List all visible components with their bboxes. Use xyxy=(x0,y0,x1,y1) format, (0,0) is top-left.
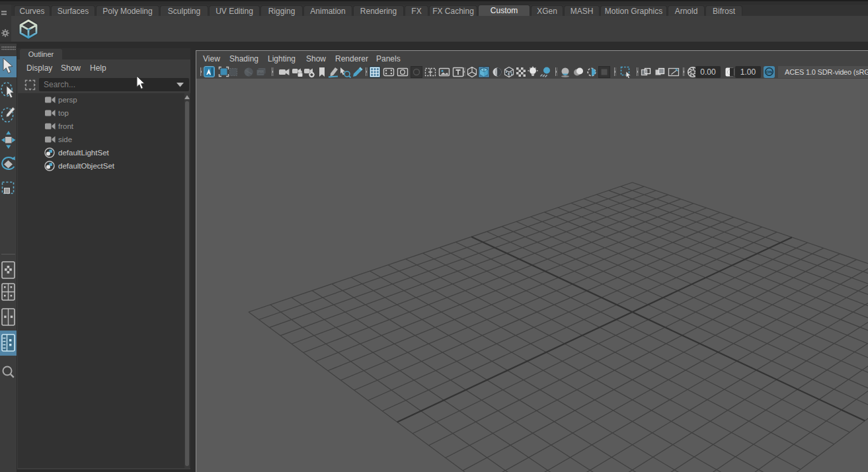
svg-text:ON: ON xyxy=(766,70,772,74)
